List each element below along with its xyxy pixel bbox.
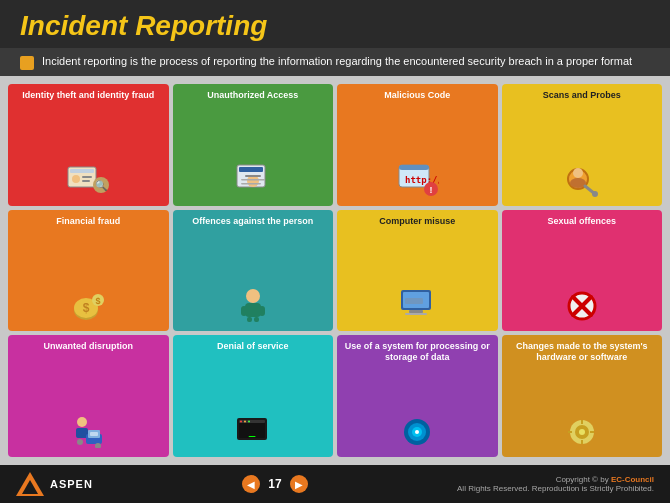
- svg-rect-14: [399, 165, 429, 170]
- cell-label-identity-theft: Identity theft and identity fraud: [22, 90, 154, 101]
- svg-rect-29: [245, 303, 261, 317]
- svg-point-53: [240, 420, 242, 422]
- svg-rect-11: [241, 179, 265, 181]
- svg-text:$: $: [96, 296, 101, 306]
- cell-label-scans-probes: Scans and Probes: [543, 90, 621, 101]
- svg-rect-1: [70, 169, 94, 173]
- cell-system-processing: Use of a system for processing or storag…: [337, 335, 498, 457]
- cell-label-denial-service: Denial of service: [217, 341, 289, 352]
- svg-point-42: [77, 417, 87, 427]
- title-plain: Incident: [20, 10, 127, 41]
- svg-point-2: [72, 175, 80, 183]
- footer-logo: ASPEN: [16, 472, 93, 496]
- svg-rect-31: [259, 306, 265, 316]
- svg-rect-32: [247, 317, 252, 322]
- cell-icon-sexual-offences: [560, 286, 604, 327]
- slide-title: Incident Reporting: [20, 10, 650, 42]
- cell-financial-fraud: Financial fraud $ $: [8, 210, 169, 332]
- cell-icon-malicious-code: http:// !: [395, 161, 439, 202]
- svg-rect-4: [82, 180, 90, 182]
- svg-text:!: !: [430, 185, 433, 195]
- cell-label-sexual-offences: Sexual offences: [547, 216, 616, 227]
- cell-label-unauthorized-access: Unauthorized Access: [207, 90, 298, 101]
- svg-text:🔍: 🔍: [95, 179, 108, 192]
- cell-icon-denial-service: _: [231, 412, 275, 453]
- svg-rect-30: [241, 306, 247, 316]
- subtitle-bar: Incident reporting is the process of rep…: [0, 48, 670, 76]
- svg-rect-38: [405, 298, 423, 304]
- cell-label-changes-hardware: Changes made to the system's hardware or…: [506, 341, 659, 363]
- copyright-text: Copyright © by EC-Council: [457, 475, 654, 484]
- footer: ASPEN ◀ 17 ▶ Copyright © by EC-Council A…: [0, 465, 670, 503]
- cell-scans-probes: Scans and Probes: [502, 84, 663, 206]
- cell-label-unwanted-disruption: Unwanted disruption: [44, 341, 134, 352]
- svg-point-54: [244, 420, 246, 422]
- cell-malicious-code: Malicious Code http:// !: [337, 84, 498, 206]
- next-button[interactable]: ▶: [290, 475, 308, 493]
- footer-copyright: Copyright © by EC-Council All Rights Res…: [457, 475, 654, 493]
- cell-icon-computer-misuse: [395, 286, 439, 327]
- cell-icon-financial-fraud: $ $: [66, 286, 110, 327]
- svg-point-59: [415, 430, 419, 434]
- svg-point-55: [248, 420, 250, 422]
- svg-rect-3: [82, 176, 92, 178]
- subtitle-icon: [20, 56, 34, 70]
- nav-controls: ◀ 17 ▶: [242, 475, 307, 493]
- cell-offences-person: Offences against the person: [173, 210, 334, 332]
- svg-rect-10: [245, 175, 261, 177]
- subtitle-text: Incident reporting is the process of rep…: [42, 54, 632, 69]
- prev-button[interactable]: ◀: [242, 475, 260, 493]
- slide: Incident Reporting Incident reporting is…: [0, 0, 670, 503]
- content-grid: Identity theft and identity fraud 🔍 Unau…: [0, 76, 670, 465]
- cell-label-financial-fraud: Financial fraud: [56, 216, 120, 227]
- svg-rect-66: [590, 431, 594, 433]
- svg-rect-52: [239, 420, 265, 423]
- ec-council-text: EC-Council: [611, 475, 654, 484]
- svg-rect-36: [409, 310, 423, 313]
- cell-unauthorized-access: Unauthorized Access: [173, 84, 334, 206]
- cell-icon-scans-probes: [560, 161, 604, 202]
- header: Incident Reporting: [0, 0, 670, 48]
- svg-rect-8: [239, 167, 263, 172]
- svg-rect-37: [405, 313, 427, 315]
- cell-changes-hardware: Changes made to the system's hardware or…: [502, 335, 663, 457]
- svg-text:_: _: [248, 424, 255, 437]
- cell-icon-changes-hardware: [560, 412, 604, 453]
- svg-rect-63: [581, 420, 583, 424]
- cell-icon-unwanted-disruption: [66, 412, 110, 453]
- page-number: 17: [268, 477, 281, 491]
- svg-point-19: [573, 168, 583, 178]
- cell-computer-misuse: Computer misuse: [337, 210, 498, 332]
- cell-label-computer-misuse: Computer misuse: [379, 216, 455, 227]
- svg-point-62: [579, 429, 585, 435]
- cell-label-malicious-code: Malicious Code: [384, 90, 450, 101]
- cell-identity-theft: Identity theft and identity fraud 🔍: [8, 84, 169, 206]
- cell-denial-service: Denial of service _: [173, 335, 334, 457]
- svg-point-22: [592, 191, 598, 197]
- logo-text: ASPEN: [50, 478, 93, 490]
- svg-point-28: [246, 289, 260, 303]
- cell-unwanted-disruption: Unwanted disruption: [8, 335, 169, 457]
- cell-icon-identity-theft: 🔍: [66, 163, 110, 202]
- cell-sexual-offences: Sexual offences: [502, 210, 663, 332]
- svg-text:$: $: [83, 301, 90, 315]
- cell-icon-unauthorized-access: [231, 161, 275, 202]
- svg-rect-12: [241, 183, 261, 185]
- svg-point-47: [77, 439, 83, 445]
- title-accent: Reporting: [135, 10, 267, 41]
- svg-rect-65: [568, 431, 572, 433]
- cell-icon-system-processing: [395, 412, 439, 453]
- cell-label-offences-person: Offences against the person: [192, 216, 313, 227]
- svg-rect-46: [90, 432, 98, 436]
- rights-text: All Rights Reserved. Reproduction is Str…: [457, 484, 654, 493]
- svg-rect-64: [581, 440, 583, 444]
- svg-rect-33: [254, 317, 259, 322]
- cell-icon-offences-person: [231, 286, 275, 327]
- cell-label-system-processing: Use of a system for processing or storag…: [341, 341, 494, 363]
